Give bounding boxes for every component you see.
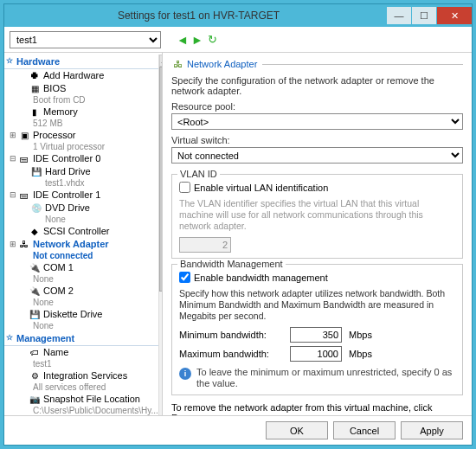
disk-icon: 💾 (30, 166, 42, 177)
settings-window: Settings for test1 on HVR-TARGET — ☐ ✕ t… (3, 3, 473, 446)
max-bandwidth-unit: Mbps (349, 349, 372, 359)
tree-item-snapshot[interactable]: 📷 Snapshot File Location (4, 393, 158, 406)
vswitch-label: Virtual switch: (171, 135, 463, 145)
dvd-icon: 💿 (30, 202, 42, 214)
vlan-checkbox-label: Enable virtual LAN identification (194, 183, 328, 193)
tree-item-com1[interactable]: 🔌 COM 1 (4, 261, 158, 274)
min-bandwidth-input[interactable] (290, 327, 342, 343)
window-title: Settings for test1 on HVR-TARGET (11, 10, 386, 22)
tree-item-nic[interactable]: ⊞🖧 Network Adapter (4, 238, 158, 251)
bandwidth-checkbox-label: Enable bandwidth management (194, 273, 328, 283)
tree-sub-integration: All services offered (4, 382, 158, 393)
tree-item-add-hardware[interactable]: 🞦 Add Hardware (4, 69, 158, 82)
toolbar: test1 ◄ ► ↻ (4, 27, 472, 53)
tree-item-hdd[interactable]: 💾 Hard Drive (4, 165, 158, 178)
tree-sub-nic: Not connected (4, 251, 158, 261)
forward-button[interactable]: ► (191, 34, 203, 46)
max-bandwidth-label: Maximum bandwidth: (179, 349, 283, 359)
com-icon: 🔌 (29, 262, 41, 273)
com-icon: 🔌 (29, 285, 41, 297)
maximize-button[interactable]: ☐ (412, 7, 436, 24)
bandwidth-group-title: Bandwidth Management (177, 259, 286, 269)
tree-item-scsi[interactable]: ◆ SCSI Controller (4, 225, 158, 238)
resource-pool-label: Resource pool: (171, 101, 463, 112)
panel-description: Specify the configuration of the network… (171, 75, 463, 96)
tree-item-bios[interactable]: ▦ BIOS (4, 82, 158, 95)
min-bandwidth-label: Minimum bandwidth: (179, 330, 283, 340)
dialog-footer: OK Cancel Apply (4, 415, 472, 445)
nic-icon: 🖧 (18, 239, 30, 250)
controller-icon: 🖴 (18, 189, 30, 201)
tree-item-processor[interactable]: ⊞▣ Processor (4, 129, 158, 142)
memory-icon: ▮ (29, 106, 41, 118)
snapshot-icon: 📷 (29, 394, 41, 405)
tree-section-management: Management (4, 331, 158, 346)
vm-selector[interactable]: test1 (10, 31, 161, 48)
add-hardware-icon: 🞦 (29, 70, 41, 81)
bandwidth-group: Bandwidth Management Enable bandwidth ma… (171, 264, 463, 395)
cancel-button[interactable]: Cancel (333, 421, 396, 439)
expand-icon[interactable]: ⊞ (8, 239, 18, 250)
tree-sub-hdd: test1.vhdx (4, 178, 158, 189)
apply-button[interactable]: Apply (401, 421, 463, 439)
controller-icon: 🖴 (18, 153, 30, 164)
tree-item-ide0[interactable]: ⊟🖴 IDE Controller 0 (4, 152, 158, 165)
ok-button[interactable]: OK (266, 421, 328, 439)
name-icon: 🏷 (29, 347, 41, 358)
tree-section-hardware: Hardware (4, 55, 158, 69)
tree-item-integration[interactable]: ⚙ Integration Services (4, 369, 158, 382)
tree-sub-com1: None (4, 274, 158, 285)
bandwidth-description: Specify how this network adapter utilize… (179, 288, 455, 322)
info-icon: i (179, 368, 191, 380)
tree-sub-processor: 1 Virtual processor (4, 142, 158, 152)
tree-sub-bios: Boot from CD (4, 95, 158, 106)
tree-item-diskette[interactable]: 💾 Diskette Drive (4, 308, 158, 321)
bandwidth-info: To leave the minimum or maximum unrestri… (196, 367, 455, 389)
tree-sub-diskette: None (4, 321, 158, 331)
tree-item-dvd[interactable]: 💿 DVD Drive (4, 202, 158, 215)
tree-sub-snapshot: C:\Users\Public\Documents\Hy... (4, 406, 158, 415)
vlan-group: VLAN ID Enable virtual LAN identificatio… (171, 174, 463, 259)
diskette-icon: 💾 (29, 309, 41, 320)
content-area: Hardware 🞦 Add Hardware ▦ BIOS Boot from… (4, 53, 472, 415)
tree-sub-memory: 512 MB (4, 119, 158, 129)
tree-sub-name: test1 (4, 359, 158, 369)
vlan-checkbox[interactable] (179, 182, 190, 193)
close-button[interactable]: ✕ (437, 7, 472, 24)
minimize-button[interactable]: — (387, 7, 411, 24)
collapse-icon[interactable]: ⊟ (8, 189, 18, 201)
vlan-description: The VLAN identifier specifies the virtua… (179, 198, 455, 232)
scsi-icon: ◆ (29, 226, 41, 237)
nic-icon: 🖧 (171, 58, 183, 70)
tree-item-name[interactable]: 🏷 Name (4, 346, 158, 359)
refresh-button[interactable]: ↻ (206, 34, 218, 46)
vlan-group-title: VLAN ID (177, 169, 220, 179)
expand-icon[interactable]: ⊞ (8, 130, 18, 141)
vlan-id-input (179, 237, 231, 253)
tree-sub-dvd: None (4, 215, 158, 225)
tree-item-ide1[interactable]: ⊟🖴 IDE Controller 1 (4, 189, 158, 202)
remove-text: To remove the network adapter from this … (171, 402, 463, 415)
tree-item-com2[interactable]: 🔌 COM 2 (4, 285, 158, 298)
collapse-icon[interactable]: ⊟ (8, 153, 18, 164)
max-bandwidth-input[interactable] (290, 346, 342, 362)
bandwidth-checkbox[interactable] (179, 272, 190, 283)
chip-icon: ▦ (29, 83, 41, 94)
resource-pool-select[interactable]: <Root> (171, 113, 463, 130)
processor-icon: ▣ (18, 130, 30, 141)
tree-item-memory[interactable]: ▮ Memory (4, 106, 158, 119)
panel-title: Network Adapter (187, 59, 257, 69)
back-button[interactable]: ◄ (177, 34, 189, 46)
integration-icon: ⚙ (29, 370, 41, 382)
tree-sub-com2: None (4, 298, 158, 308)
titlebar: Settings for test1 on HVR-TARGET — ☐ ✕ (4, 4, 472, 27)
settings-tree: Hardware 🞦 Add Hardware ▦ BIOS Boot from… (4, 53, 163, 415)
details-panel: 🖧 Network Adapter Specify the configurat… (163, 53, 472, 415)
vswitch-select[interactable]: Not connected (171, 147, 463, 164)
min-bandwidth-unit: Mbps (349, 330, 372, 340)
